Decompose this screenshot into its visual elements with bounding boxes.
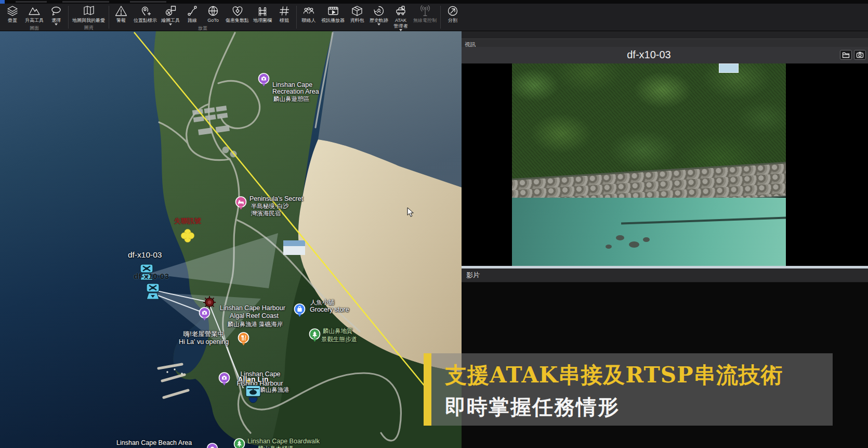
ribbon-group-mapdata: 地圖與我的最愛 圖資 [69,4,108,31]
open-folder-button[interactable] [840,50,852,60]
map-label: Grocery store [310,306,349,314]
toolbar-item-drawing-tools[interactable]: 繪圖工具 [159,4,182,25]
toolbar-item-alert[interactable]: 警報 [111,4,131,23]
sensor-point-marker[interactable] [203,296,216,311]
map-label: Algal Reef Coast [230,313,279,320]
toolbar-item-video-player[interactable]: 視訊播放器 [319,4,347,23]
poi-marker-trail [309,328,321,344]
map-label: 麟山鼻地質 [323,328,353,335]
toolbar-item-elevation-tools[interactable]: 升高工具 [23,4,46,23]
toolbar-item-data-package[interactable]: 資料包 [347,4,367,23]
toolbar-item-select[interactable]: 選擇 [46,4,67,25]
ribbon-group-split: 分割 [441,4,464,31]
lost-signal-label: 失聯訊號 [174,217,201,225]
feed-rock [643,237,650,242]
poi-marker-grocery [294,303,306,319]
folder-icon [842,52,850,58]
alert-icon [115,5,127,17]
elevation-tools-icon [28,5,41,17]
hashtag-icon [278,5,291,17]
casevac-heart-icon [231,5,244,17]
map-label: Peninsula's Secret [249,196,303,203]
toolbar-item-radio-control: 無線電控制 [411,4,439,23]
clips-bar: 影片 [462,268,868,283]
ribbon-group-place: 警報 位置點標示 繪圖工具 路線 GoTo [110,4,296,31]
point-drop-icon [139,5,152,17]
qat-tab[interactable] [130,1,166,3]
quick-access-bar [0,0,868,4]
drone-callsign-label: df-x10-03 [128,250,162,259]
map-view[interactable]: Linshan Cape Recreation Area 麟山鼻遊憩區 Peni… [0,31,462,448]
map-label: 麟山鼻漁港 [259,387,290,393]
atak-manager-icon [394,5,407,17]
ribbon-separator [109,6,109,29]
toolbar-item-split[interactable]: 分割 [442,4,463,23]
ribbon-group-tools: 聯絡人 視訊播放器 資料包 歷史軌跡 ATAK [297,4,440,31]
toolbar-item-route[interactable]: 路線 [182,4,203,23]
toolbar-item-geofence[interactable]: 地理圍欄 [251,4,274,23]
poi-marker-boardwalk [233,438,245,448]
toolbar-item-hashtag[interactable]: 標籤 [274,4,295,23]
poi-marker-peninsulas-secret [235,196,247,212]
map-label: 麟山鼻遊憩區 [273,96,309,103]
video-player-icon [327,5,339,17]
lost-signal-clover-marker[interactable] [180,228,195,246]
map-label: 景觀生態步道 [321,336,357,343]
subtitle-line-2: 即時掌握任務情形 [445,393,620,421]
snapshot-button[interactable] [854,50,866,60]
mission-overlay [0,31,462,448]
qat-tab[interactable] [16,1,47,3]
map-label: 灣濱海民宿 [251,210,281,217]
history-track-icon [373,5,385,17]
toolbar-item-contacts[interactable]: 聯絡人 [298,4,319,23]
geofence-icon [256,5,269,17]
layers-icon [6,5,19,17]
poi-marker-restaurant [238,332,249,348]
app-window: 疊置 升高工具 選擇 圖面 地圖與我的最愛 [0,0,868,448]
contacts-icon [303,5,315,17]
drone-marker[interactable] [145,283,161,303]
app-icon[interactable] [0,0,5,4]
feed-sea-area [512,198,786,266]
map-label: 人魚小舖 [310,299,334,306]
video-section-header: 視訊 [462,39,868,47]
vessel-marker[interactable] [245,385,261,406]
toolbar-item-overlays[interactable]: 疊置 [2,4,23,23]
map-label: 半島秘境·白沙 [251,203,289,210]
ribbon-separator [440,6,441,29]
video-title-bar: df-x10-03 [462,47,868,63]
panel-top-strip [462,31,868,39]
ribbon-toolbar: 疊置 升高工具 選擇 圖面 地圖與我的最愛 [0,4,868,31]
qat-tab[interactable] [62,1,109,3]
toolbar-item-point-drop[interactable]: 位置點標示 [131,4,159,23]
video-feed [512,63,786,266]
drawing-tools-icon [164,5,177,17]
ribbon-group-caption: 圖資 [70,25,107,31]
map-label: Linshan Cape Beach Area [116,440,192,447]
poi-marker-beach [206,443,218,448]
map-label: Recreation Area [272,88,319,96]
feed-rock [616,235,624,240]
feed-rock [606,245,612,249]
toolbar-item-maps-favorites[interactable]: 地圖與我的最愛 [70,4,107,23]
video-feed-title: df-x10-03 [512,49,786,61]
map-label: 麟山鼻木棧道 [258,445,294,448]
lasso-select-icon [50,5,62,17]
map-label: 嗨!老屋營業中 [183,331,224,338]
map-label: Linshan Cape Boardwalk [247,438,320,445]
toolbar-item-atak-manager[interactable]: ATAK 管理者 [390,4,411,31]
subtitle-overlay: 支援ATAK串接及RTSP串流技術 即時掌握任務情形 [424,353,833,426]
mouse-cursor [407,207,414,220]
map-label: Hi La' vu opening [179,339,229,346]
toolbar-item-casevac[interactable]: 傷患集散點 [223,4,251,23]
feed-rock [629,241,639,248]
poi-marker-recreation-area [258,73,270,89]
video-display-area [462,63,868,266]
feed-blue-tarp [719,63,739,73]
dropdown-caret-icon [377,23,380,25]
toolbar-item-history-track[interactable]: 歷史軌跡 [367,4,390,25]
radio-control-icon [419,5,431,17]
subtitle-line-1: 支援ATAK串接及RTSP串流技術 [445,361,783,390]
ribbon-separator [296,6,297,29]
toolbar-item-goto[interactable]: GoTo [203,4,223,23]
